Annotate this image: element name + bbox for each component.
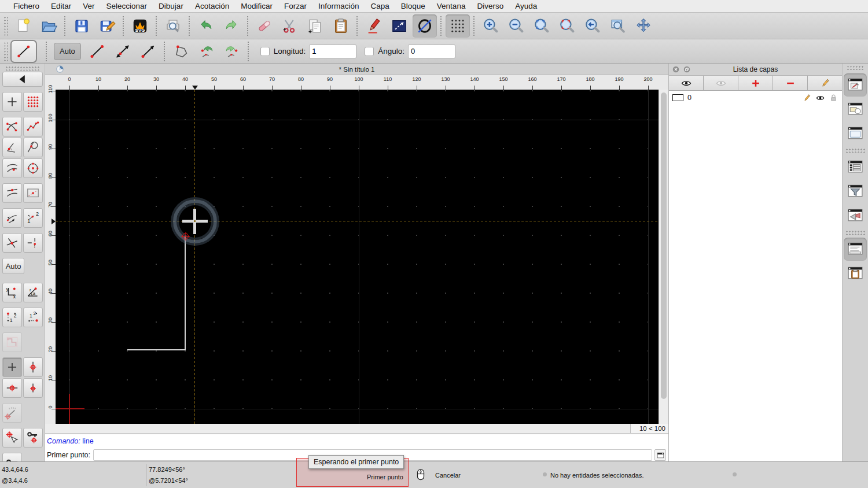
- menu-diverso[interactable]: Diverso: [471, 2, 509, 10]
- filter-panel-button[interactable]: [844, 180, 867, 203]
- paste-button[interactable]: [329, 14, 353, 38]
- edit-layer-button[interactable]: [808, 76, 842, 90]
- snap-back-button[interactable]: [2, 72, 43, 87]
- snap-distance-button[interactable]: [23, 183, 43, 203]
- menu-modificar[interactable]: Modificar: [235, 2, 278, 10]
- svg-export-button[interactable]: SVG: [128, 14, 152, 38]
- toolbar-drag-handle[interactable]: [3, 16, 8, 36]
- layer-list-panel-button[interactable]: [844, 73, 867, 97]
- coord-cartesian-button[interactable]: yx: [2, 283, 22, 302]
- snap-perpendicular-button[interactable]: [2, 138, 22, 157]
- eye-icon[interactable]: [815, 93, 825, 103]
- snap-intersection-button[interactable]: [2, 233, 22, 253]
- copy-button[interactable]: [303, 14, 328, 38]
- restrict-orthogonal-button[interactable]: [2, 332, 22, 352]
- length-checkbox[interactable]: [260, 47, 270, 56]
- pen-attributes-button[interactable]: [362, 14, 386, 38]
- menu-ayuda[interactable]: Ayuda: [509, 2, 543, 10]
- snap-free-button[interactable]: [2, 92, 22, 112]
- delete-button[interactable]: [252, 14, 277, 38]
- snap-tangent-button[interactable]: [23, 138, 43, 157]
- cut-button[interactable]: [278, 14, 302, 38]
- snap-intersection-manual-button[interactable]: !: [23, 233, 43, 253]
- snap-on-entity-button[interactable]: [23, 117, 43, 136]
- clipboard-panel-button[interactable]: [844, 262, 867, 285]
- save-as-button[interactable]: [95, 14, 119, 38]
- length-input[interactable]: [309, 45, 356, 58]
- hide-all-layers-button[interactable]: [704, 76, 738, 90]
- auto-line-button[interactable]: Auto: [54, 43, 81, 60]
- redo-button[interactable]: [219, 14, 244, 38]
- drawn-polyline-vertical[interactable]: [185, 236, 186, 350]
- vertical-scrollbar[interactable]: [659, 90, 668, 424]
- restrict-vertical-button[interactable]: [23, 357, 43, 377]
- menu-bloque[interactable]: Bloque: [395, 2, 431, 10]
- redo-segment-button[interactable]: [220, 40, 244, 63]
- toolbar-drag-handle[interactable]: [847, 65, 864, 70]
- snap-directional-button[interactable]: [2, 208, 22, 228]
- grid-toggle-button[interactable]: [446, 14, 470, 38]
- zoom-in-button[interactable]: [479, 14, 503, 38]
- horizontal-scrollbar[interactable]: 10 < 100: [45, 424, 668, 434]
- pan-button[interactable]: [631, 14, 656, 38]
- entity-list-panel-button[interactable]: [844, 156, 867, 179]
- lock-icon[interactable]: [829, 93, 838, 103]
- remove-layer-button[interactable]: [773, 76, 808, 90]
- menu-editar[interactable]: Editar: [45, 2, 77, 10]
- angle-input[interactable]: [408, 45, 455, 58]
- save-button[interactable]: [69, 14, 94, 38]
- menu-ventana[interactable]: Ventana: [431, 2, 472, 10]
- snap-endpoint-button[interactable]: [2, 117, 22, 136]
- line-attributes-button[interactable]: [387, 14, 411, 38]
- menu-forzar[interactable]: Forzar: [278, 2, 312, 10]
- toolbar-drag-handle[interactable]: [5, 66, 40, 71]
- snap-middle-button[interactable]: [2, 183, 22, 203]
- layer-color-swatch[interactable]: [672, 94, 683, 101]
- lock-relative-zero-button[interactable]: [23, 428, 43, 448]
- pencil-icon[interactable]: [802, 93, 812, 103]
- reference-point-1-button[interactable]: 12: [2, 308, 22, 327]
- drawing-canvas[interactable]: [56, 90, 659, 424]
- restrict-vertical-short-button[interactable]: [23, 378, 43, 398]
- menu-informacion[interactable]: Información: [312, 2, 365, 10]
- line-both-directions-button[interactable]: [111, 40, 135, 63]
- menu-acotacion[interactable]: Acotación: [189, 2, 235, 10]
- angle-gauge-button[interactable]: [2, 403, 22, 423]
- zoom-window-button[interactable]: [606, 14, 630, 38]
- zoom-out-button[interactable]: [504, 14, 528, 38]
- show-all-layers-button[interactable]: [669, 76, 704, 90]
- snap-reference-button[interactable]: 12: [23, 208, 43, 228]
- snap-center-button[interactable]: [23, 158, 43, 178]
- snap-nearest-button[interactable]: [2, 158, 22, 178]
- vertical-scrollbar-thumb[interactable]: [661, 93, 667, 399]
- set-relative-zero-button[interactable]: [2, 428, 22, 448]
- new-file-button[interactable]: [11, 14, 35, 38]
- layer-row[interactable]: 0: [669, 91, 842, 105]
- command-panel-button[interactable]: [844, 238, 867, 261]
- restrict-horizontal-button[interactable]: [2, 378, 22, 398]
- tab-title[interactable]: * Sin título 1: [45, 66, 668, 73]
- command-window-toggle-button[interactable]: [654, 449, 666, 461]
- menu-ver[interactable]: Ver: [77, 2, 100, 10]
- toolbar-drag-handle[interactable]: [3, 42, 8, 61]
- menu-seleccionar[interactable]: Seleccionar: [101, 2, 153, 10]
- print-preview-button[interactable]: [161, 14, 185, 38]
- line-direction-button[interactable]: [136, 40, 160, 63]
- zoom-previous-button[interactable]: [555, 14, 579, 38]
- open-file-button[interactable]: [36, 14, 61, 38]
- polyline-button[interactable]: [169, 40, 193, 63]
- add-layer-button[interactable]: [738, 76, 773, 90]
- notification-panel-button[interactable]: [844, 204, 867, 227]
- menu-dibujar[interactable]: Dibujar: [153, 2, 189, 10]
- zoom-auto-button[interactable]: [529, 14, 554, 38]
- restrict-nothing-button[interactable]: [2, 357, 22, 377]
- line-two-points-button[interactable]: [85, 40, 109, 63]
- snap-grid-button[interactable]: [23, 92, 43, 112]
- menu-fichero[interactable]: Fichero: [8, 2, 45, 10]
- block-list-panel-button[interactable]: [844, 98, 867, 121]
- undo-segment-button[interactable]: [194, 40, 219, 63]
- reference-point-2-button[interactable]: 12: [23, 308, 43, 327]
- angle-checkbox[interactable]: [365, 47, 374, 56]
- draft-mode-button[interactable]: [413, 14, 437, 38]
- drawn-polyline-horizontal[interactable]: [127, 349, 185, 350]
